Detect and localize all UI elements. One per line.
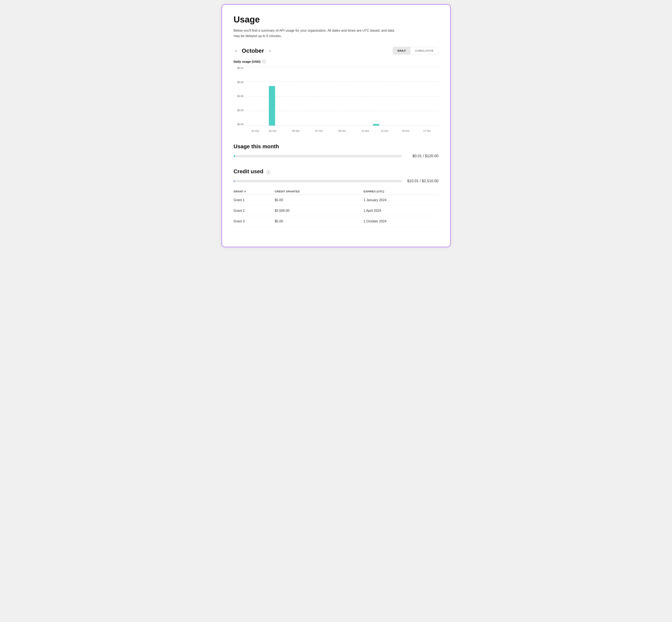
x-label-09oct: 09 Oct — [339, 130, 346, 132]
usage-bar-fill — [234, 155, 235, 158]
credit-info-icon[interactable]: i — [267, 171, 270, 174]
credit-used-section: Credit used i $10.01 / $2,510.00 GRANT #… — [234, 168, 438, 227]
credit-table-body: Grant 1 $5.00 1 January 2024 Grant 2 $2,… — [234, 195, 438, 227]
credit-bar-row: $10.01 / $2,510.00 — [234, 179, 438, 183]
x-label-05oct: 05 Oct — [292, 130, 299, 132]
col-header-credit: CREDIT GRANTED — [266, 188, 355, 195]
y-label-3: $0.00 — [237, 95, 243, 98]
credit-bar-track — [234, 180, 402, 182]
grant-amount-3: $5.00 — [266, 216, 355, 227]
col-header-grant: GRANT # — [234, 188, 266, 195]
chart-plot — [246, 67, 438, 126]
chart-x-labels: 01 Oct 03 Oct 05 Oct 07 Oct 09 Oct 11 Oc… — [246, 126, 438, 133]
usage-this-month-value: $0.01 / $120.00 — [405, 154, 438, 158]
chart-info-icon[interactable]: i — [262, 60, 266, 63]
x-label-07oct: 07 Oct — [315, 130, 323, 132]
grant-name-2: Grant 2 — [234, 206, 266, 216]
table-row: Grant 2 $2,500.00 1 April 2024 — [234, 206, 438, 216]
x-label-11oct: 11 Oct — [361, 130, 369, 132]
table-row: Grant 3 $5.00 1 October 2024 — [234, 216, 438, 227]
grant-amount-1: $5.00 — [266, 195, 355, 206]
grant-expires-2: 1 April 2024 — [355, 206, 438, 216]
x-label-13oct: 13 Oct — [381, 130, 388, 132]
table-row: Grant 1 $5.00 1 January 2024 — [234, 195, 438, 206]
daily-toggle-button[interactable]: DAILY — [393, 47, 411, 54]
page-title: Usage — [234, 14, 438, 25]
col-header-expires: EXPIRES (UTC) — [355, 188, 438, 195]
current-month-label: October — [242, 47, 264, 54]
x-label-01oct: 01 Oct — [252, 130, 259, 132]
grid-line-2 — [246, 81, 438, 82]
y-label-2: $0.00 — [237, 81, 243, 84]
page-description: Below you'll find a summary of API usage… — [234, 28, 396, 38]
x-label-15oct: 15 Oct — [402, 130, 409, 132]
credit-bar-fill — [234, 180, 234, 182]
x-label-03oct: 03 Oct — [269, 130, 276, 132]
x-label-17oct: 17 Oct — [423, 130, 430, 132]
bar-13oct — [373, 124, 379, 126]
month-navigation: ‹ October › DAILY CUMULATIVE — [234, 47, 438, 55]
grant-expires-1: 1 January 2024 — [355, 195, 438, 206]
usage-this-month-title: Usage this month — [234, 143, 438, 150]
prev-month-button[interactable]: ‹ — [234, 47, 239, 54]
grant-name-1: Grant 1 — [234, 195, 266, 206]
bar-fill-03oct — [269, 86, 275, 126]
usage-this-month-section: Usage this month $0.01 / $120.00 — [234, 143, 438, 158]
bar-fill-13oct — [373, 124, 379, 126]
usage-bar-row: $0.01 / $120.00 — [234, 154, 438, 158]
main-card: Usage Below you'll find a summary of API… — [221, 4, 451, 247]
grant-name-3: Grant 3 — [234, 216, 266, 227]
bar-03oct — [269, 86, 275, 126]
chart-y-labels: $0.01 $0.00 $0.00 $0.00 $0.00 — [234, 67, 246, 126]
cumulative-toggle-button[interactable]: CUMULATIVE — [411, 47, 438, 54]
credit-used-value: $10.01 / $2,510.00 — [405, 179, 438, 183]
grant-expires-3: 1 October 2024 — [355, 216, 438, 227]
y-label-5: $0.00 — [237, 123, 243, 126]
credit-used-title: Credit used i — [234, 168, 438, 175]
chart-container: $0.01 $0.00 $0.00 $0.00 $0.00 — [234, 67, 438, 133]
usage-bar-track — [234, 155, 402, 158]
grid-line-1 — [246, 67, 438, 67]
month-nav-left: ‹ October › — [234, 47, 272, 54]
grant-amount-2: $2,500.00 — [266, 206, 355, 216]
y-label-4: $0.00 — [237, 109, 243, 112]
view-toggle-group: DAILY CUMULATIVE — [393, 47, 438, 55]
credit-table-header: GRANT # CREDIT GRANTED EXPIRES (UTC) — [234, 188, 438, 195]
chart-title: Daily usage (USD) i — [234, 60, 438, 63]
chart-section: Daily usage (USD) i $0.01 $0.00 $0.00 $0… — [234, 60, 438, 133]
next-month-button[interactable]: › — [268, 47, 272, 54]
credit-table: GRANT # CREDIT GRANTED EXPIRES (UTC) Gra… — [234, 188, 438, 227]
y-label-1: $0.01 — [237, 67, 243, 70]
